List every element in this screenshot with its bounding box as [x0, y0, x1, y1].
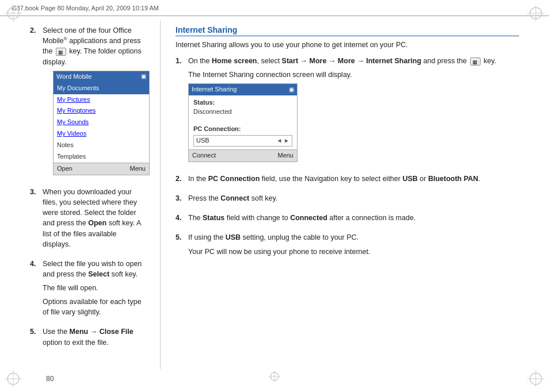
list-item-4: 4. Select the file you wish to open and … [30, 259, 145, 321]
list-content-4: Select the file you wish to open and pre… [43, 259, 145, 321]
list-text-5: Use the Menu → Close File option to exit… [43, 326, 145, 347]
right-list-sub-1: The Internet Sharing connection screen w… [188, 70, 519, 80]
list-item-3: 3. When you downloaded your files, you s… [30, 187, 145, 253]
right-list-content-2: In the PC Connection field, use the Navi… [188, 174, 519, 187]
word-mobile-row-2: My Ringtones [54, 105, 149, 117]
word-mobile-softkeys: Open Menu [54, 163, 149, 175]
internet-sharing-conn-row: USB ◄ ► [193, 135, 292, 147]
internet-sharing-conn-label: PC Connection: [193, 125, 292, 134]
list-text-2: Select one of the four Office Mobile® ap… [43, 25, 150, 67]
word-mobile-row-5: Notes [54, 140, 149, 151]
internet-sharing-conn-value: USB [196, 136, 209, 145]
word-mobile-screen: Word Mobile ▣ My Documents My Pictures M… [53, 71, 150, 175]
word-mobile-signal-icon: ▣ [141, 72, 146, 81]
right-list-text-1: On the Home screen, select Start → More … [188, 56, 519, 66]
right-list-item-2: 2. In the PC Connection field, use the N… [176, 174, 519, 187]
list-num-3: 3. [30, 187, 39, 253]
internet-sharing-body: Status: Disconnected PC Connection: USB … [189, 95, 297, 149]
right-list-text-3: Press the Connect soft key. [188, 193, 519, 203]
right-list-text-5b: Your PC will now be using your phone to … [188, 247, 519, 257]
right-list-num-2: 2. [176, 174, 185, 187]
right-list-item-3: 3. Press the Connect soft key. [176, 193, 519, 207]
list-num-2: 2. [30, 25, 39, 181]
internet-sharing-screen: Internet Sharing ▣ Status: Disconnected … [188, 83, 298, 162]
key-icon-right-1: ▦ [470, 57, 481, 66]
list-text-3: When you downloaded your files, you sele… [43, 187, 145, 249]
word-mobile-softkey-right: Menu [129, 164, 146, 174]
internet-sharing-title: Internet Sharing [192, 85, 237, 94]
corner-mark-tl [5, 5, 22, 22]
bottom-center-tick [269, 371, 280, 384]
header-text: i637.book Page 80 Monday, April 20, 2009… [12, 5, 159, 11]
word-mobile-row-1: My Pictures [54, 94, 149, 106]
right-list-num-3: 3. [176, 193, 185, 207]
list-content-5: Use the Menu → Close File option to exit… [43, 326, 145, 351]
left-column: 2. Select one of the four Office Mobile®… [30, 21, 145, 369]
right-list-content-5: If using the USB setting, unplug the cab… [188, 232, 519, 260]
internet-sharing-status-label: Status: [193, 98, 292, 107]
right-list-text-4: The Status field with change to Connecte… [188, 213, 519, 223]
word-mobile-row-4: My Videos [54, 128, 149, 140]
page-container: i637.book Page 80 Monday, April 20, 2009… [0, 0, 549, 392]
list-text-4a: Select the file you wish to open and pre… [43, 259, 145, 279]
header-bar: i637.book Page 80 Monday, April 20, 2009… [0, 0, 549, 16]
list-num-4: 4. [30, 259, 39, 321]
internet-sharing-status-value: Disconnected [193, 107, 292, 117]
word-mobile-softkey-left: Open [57, 164, 73, 174]
list-content-3: When you downloaded your files, you sele… [43, 187, 145, 253]
main-content: 2. Select one of the four Office Mobile®… [30, 21, 519, 369]
right-list-content-4: The Status field with change to Connecte… [188, 213, 519, 226]
word-mobile-title: Word Mobile [56, 72, 92, 82]
word-mobile-row-3: My Sounds [54, 117, 149, 128]
column-divider [160, 21, 161, 369]
page-number: 80 [46, 375, 54, 383]
internet-sharing-titlebar: Internet Sharing ▣ [189, 84, 297, 95]
right-list-content-3: Press the Connect soft key. [188, 193, 519, 207]
list-item-5: 5. Use the Menu → Close File option to e… [30, 326, 145, 351]
internet-sharing-signal-icon: ▣ [289, 86, 294, 94]
corner-mark-br [527, 370, 544, 387]
key-icon-2: ▦ [56, 48, 66, 56]
right-list-item-4: 4. The Status field with change to Conne… [176, 213, 519, 226]
corner-mark-bl [5, 370, 22, 387]
right-list-num-1: 1. [176, 56, 185, 168]
list-num-5: 5. [30, 326, 39, 351]
word-mobile-titlebar: Word Mobile ▣ [54, 71, 149, 83]
right-list-text-2: In the PC Connection field, use the Navi… [188, 174, 519, 184]
section-heading-internet-sharing: Internet Sharing [176, 25, 519, 36]
word-mobile-selected-folder: My Documents [54, 83, 149, 94]
list-item-2: 2. Select one of the four Office Mobile®… [30, 25, 145, 181]
right-list-num-5: 5. [176, 232, 185, 260]
right-list-content-1: On the Home screen, select Start → More … [188, 56, 519, 168]
right-list-item-5: 5. If using the USB setting, unplug the … [176, 232, 519, 260]
corner-mark-tr [527, 5, 544, 22]
list-text-4c: Options available for each type of file … [43, 297, 145, 317]
list-text-4b: The file will open. [43, 283, 145, 293]
word-mobile-row-6: Templates [54, 151, 149, 163]
list-content-2: Select one of the four Office Mobile® ap… [43, 25, 150, 181]
internet-sharing-softkey-right: Menu [277, 151, 293, 160]
internet-sharing-softkeys: Connect Menu [189, 149, 297, 162]
right-list-item-1: 1. On the Home screen, select Start → Mo… [176, 56, 519, 168]
section-intro-text: Internet Sharing allows you to use your … [176, 40, 519, 50]
right-column: Internet Sharing Internet Sharing allows… [176, 21, 519, 369]
internet-sharing-nav-arrows: ◄ ► [276, 137, 289, 145]
right-list-text-5a: If using the USB setting, unplug the cab… [188, 232, 519, 243]
internet-sharing-softkey-left: Connect [192, 151, 216, 160]
right-list-num-4: 4. [176, 213, 185, 226]
